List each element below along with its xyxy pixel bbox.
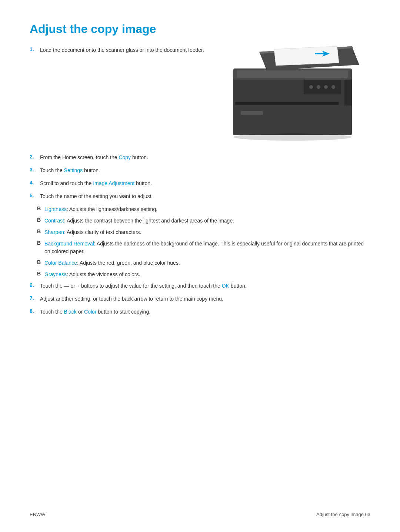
step-8-number: 8. (30, 308, 40, 314)
step-8-content: Touch the Black or Color button to start… (40, 308, 370, 316)
step-8-text-before: Touch the (40, 309, 64, 315)
lightness-link[interactable]: Lightness (44, 206, 67, 212)
printer-image-area (215, 46, 370, 143)
step-2-text-before: From the Home screen, touch the (40, 154, 119, 160)
sub-item-background-removal: B Background Removal: Adjusts the darkne… (37, 240, 370, 255)
sub-bullet-sharpen: B (37, 228, 44, 234)
svg-point-11 (309, 85, 313, 89)
sub-bullet-color-balance: B (37, 259, 44, 265)
svg-point-18 (233, 133, 352, 141)
svg-rect-16 (233, 106, 352, 135)
sharpen-link[interactable]: Sharpen (44, 229, 64, 235)
page: Adjust the copy image 1. Load the docume… (0, 0, 400, 532)
svg-rect-2 (237, 70, 348, 78)
color-link[interactable]: Color (84, 309, 96, 315)
printer-illustration (222, 46, 370, 143)
footer: ENWW Adjust the copy image 63 (30, 512, 370, 517)
step-1-content: Load the document onto the scanner glass… (40, 46, 207, 54)
sub-item-sharpen: B Sharpen: Adjusts clarity of text chara… (37, 228, 370, 236)
sub-content-grayness: Grayness: Adjusts the vividness of color… (44, 271, 370, 278)
step-4: 4. Scroll to and touch the Image Adjustm… (30, 180, 370, 187)
sub-content-color-balance: Color Balance: Adjusts the red, green, a… (44, 259, 370, 267)
sub-content-sharpen: Sharpen: Adjusts clarity of text charact… (44, 228, 370, 236)
image-adjustment-link[interactable]: Image Adjustment (93, 180, 134, 186)
settings-link[interactable]: Settings (64, 167, 83, 173)
step-8-text-after: button to start copying. (97, 309, 151, 315)
step-8-text-middle: or (77, 309, 84, 315)
step-2-text-after: button. (131, 154, 148, 160)
step-6-text-after: button. (229, 283, 247, 289)
page-title: Adjust the copy image (30, 22, 370, 36)
svg-point-14 (331, 85, 335, 89)
sub-item-lightness: B Lightness: Adjusts the lightness/darkn… (37, 205, 370, 213)
sub-item-contrast: B Contrast: Adjusts the contrast between… (37, 217, 370, 225)
step-8: 8. Touch the Black or Color button to st… (30, 308, 370, 316)
step-2-content: From the Home screen, touch the Copy but… (40, 154, 370, 161)
sub-item-color-balance: B Color Balance: Adjusts the red, green,… (37, 259, 370, 267)
ok-link[interactable]: OK (222, 283, 229, 289)
black-link[interactable]: Black (64, 309, 77, 315)
step-5: 5. Touch the name of the setting you wan… (30, 193, 370, 200)
step-6-number: 6. (30, 282, 40, 288)
svg-point-13 (324, 85, 328, 89)
copy-link[interactable]: Copy (119, 154, 131, 160)
step-1: 1. Load the document onto the scanner gl… (30, 46, 207, 54)
step-6: 6. Touch the — or + buttons to adjust th… (30, 282, 370, 290)
step-7-number: 7. (30, 295, 40, 301)
footer-left: ENWW (30, 512, 46, 517)
step-2-number: 2. (30, 154, 40, 160)
step-6-text-before: Touch the — or + buttons to adjust the v… (40, 283, 222, 289)
sub-bullet-contrast: B (37, 217, 44, 223)
sub-content-contrast: Contrast: Adjusts the contrast between t… (44, 217, 370, 225)
svg-rect-15 (235, 102, 339, 105)
step-5-number: 5. (30, 193, 40, 198)
step-3-content: Touch the Settings button. (40, 167, 370, 174)
step-3: 3. Touch the Settings button. (30, 167, 370, 174)
color-balance-link[interactable]: Color Balance (44, 260, 77, 266)
svg-marker-5 (274, 46, 339, 66)
grayness-link[interactable]: Grayness (44, 271, 67, 277)
step-3-text-after: button. (83, 167, 100, 173)
step-3-number: 3. (30, 167, 40, 173)
step-4-content: Scroll to and touch the Image Adjustment… (40, 180, 370, 187)
background-removal-link[interactable]: Background Removal (44, 241, 94, 247)
sub-content-background-removal: Background Removal: Adjusts the darkness… (44, 240, 370, 255)
contrast-link[interactable]: Contrast (44, 218, 64, 224)
footer-right: Adjust the copy image 63 (316, 512, 370, 517)
step-1-number: 1. (30, 46, 40, 52)
step-3-text-before: Touch the (40, 167, 64, 173)
top-section: 1. Load the document onto the scanner gl… (30, 46, 370, 143)
step-7: 7. Adjust another setting, or touch the … (30, 295, 370, 303)
svg-rect-17 (241, 111, 263, 115)
step-6-content: Touch the — or + buttons to adjust the v… (40, 282, 370, 290)
sub-bullet-background-removal: B (37, 240, 44, 246)
sub-items: B Lightness: Adjusts the lightness/darkn… (37, 205, 370, 278)
step-4-text-after: button. (134, 180, 152, 186)
step1-area: 1. Load the document onto the scanner gl… (30, 46, 215, 59)
step-7-content: Adjust another setting, or touch the bac… (40, 295, 370, 303)
svg-point-12 (317, 85, 320, 89)
step-2: 2. From the Home screen, touch the Copy … (30, 154, 370, 161)
sub-bullet-grayness: B (37, 271, 44, 277)
sub-content-lightness: Lightness: Adjusts the lightness/darknes… (44, 205, 370, 213)
sub-item-grayness: B Grayness: Adjusts the vividness of col… (37, 271, 370, 278)
step-5-content: Touch the name of the setting you want t… (40, 193, 370, 200)
steps-section: 2. From the Home screen, touch the Copy … (30, 154, 370, 316)
step-4-number: 4. (30, 180, 40, 185)
step-4-text-before: Scroll to and touch the (40, 180, 93, 186)
sub-bullet-lightness: B (37, 205, 44, 211)
